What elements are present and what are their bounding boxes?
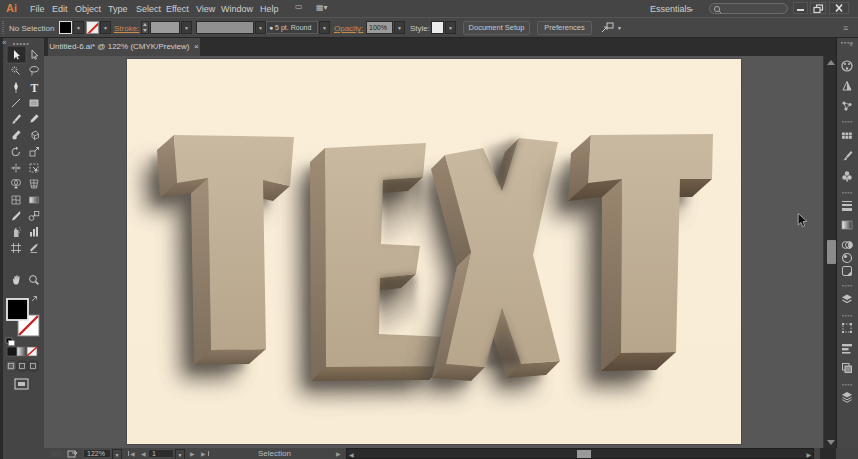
svg-text:«: « (2, 38, 7, 47)
svg-text:»: » (849, 41, 853, 48)
svg-text:T: T (31, 82, 39, 94)
